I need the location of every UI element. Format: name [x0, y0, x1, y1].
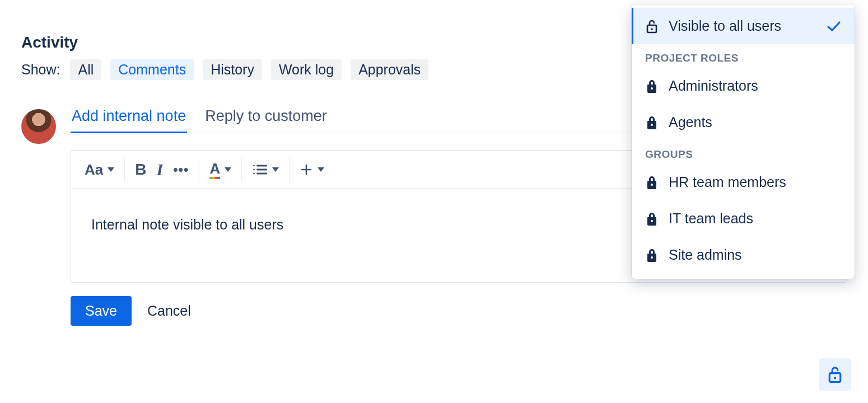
filter-work-log[interactable]: Work log	[271, 59, 342, 80]
svg-point-13	[651, 220, 653, 222]
chevron-down-icon	[272, 167, 279, 172]
toolbar-separator	[241, 157, 242, 182]
visibility-option-label: Visible to all users	[669, 18, 781, 34]
lock-icon	[645, 247, 659, 263]
visibility-option-label: Administrators	[669, 78, 758, 94]
filter-approvals[interactable]: Approvals	[351, 59, 428, 80]
lock-icon	[645, 78, 659, 94]
filter-comments[interactable]: Comments	[110, 59, 194, 80]
visibility-option-administrators[interactable]: Administrators	[632, 68, 855, 104]
visibility-trigger-button[interactable]	[819, 358, 851, 391]
svg-point-16	[834, 377, 836, 379]
text-color-icon: A	[209, 161, 220, 178]
svg-point-10	[651, 87, 653, 90]
tab-reply-customer[interactable]: Reply to customer	[204, 107, 328, 133]
list-button[interactable]	[252, 163, 279, 176]
svg-point-9	[651, 28, 653, 30]
visibility-option-all-users[interactable]: Visible to all users	[632, 8, 855, 44]
plus-icon	[300, 163, 313, 176]
toolbar-separator	[289, 157, 290, 182]
text-color-button[interactable]: A	[209, 161, 231, 178]
lock-icon	[645, 211, 659, 227]
check-icon	[827, 21, 841, 32]
visibility-option-agents[interactable]: Agents	[632, 104, 855, 140]
filter-all[interactable]: All	[70, 59, 101, 80]
visibility-option-label: Site admins	[669, 247, 742, 263]
toolbar-separator	[124, 157, 125, 182]
visibility-section-groups: GROUPS	[632, 140, 855, 164]
visibility-option-label: Agents	[669, 114, 712, 130]
visibility-panel: Visible to all users PROJECT ROLES Admin…	[632, 4, 855, 279]
chevron-down-icon	[108, 167, 114, 172]
unlock-icon	[827, 365, 843, 384]
toolbar-separator	[199, 157, 199, 182]
cancel-button[interactable]: Cancel	[147, 303, 191, 319]
show-label: Show:	[21, 62, 60, 78]
lock-icon	[645, 175, 659, 190]
svg-point-1	[253, 168, 255, 170]
compose-actions: Save Cancel	[71, 296, 847, 326]
visibility-section-project-roles: PROJECT ROLES	[632, 44, 855, 68]
visibility-option-it-leads[interactable]: IT team leads	[632, 200, 855, 237]
text-styles-icon: Aa	[85, 162, 103, 177]
svg-point-11	[651, 124, 653, 126]
tab-internal-note[interactable]: Add internal note	[71, 107, 187, 133]
svg-point-0	[253, 165, 255, 166]
filter-history[interactable]: History	[203, 59, 262, 80]
more-formatting-button[interactable]: •••	[173, 163, 189, 176]
svg-point-2	[253, 172, 255, 174]
insert-button[interactable]	[300, 163, 324, 176]
chevron-down-icon	[318, 167, 324, 172]
visibility-option-label: IT team leads	[669, 210, 753, 227]
lock-icon	[645, 115, 659, 130]
visibility-option-site-admins[interactable]: Site admins	[632, 237, 855, 273]
svg-point-12	[651, 184, 653, 186]
visibility-option-hr-team[interactable]: HR team members	[632, 164, 855, 200]
list-icon	[252, 163, 268, 176]
bold-button[interactable]: B	[135, 162, 146, 177]
chevron-down-icon	[225, 167, 231, 172]
italic-button[interactable]: I	[156, 161, 163, 178]
text-styles-button[interactable]: Aa	[85, 162, 114, 177]
avatar	[21, 109, 56, 144]
visibility-option-label: HR team members	[669, 174, 786, 190]
svg-point-14	[651, 256, 653, 259]
unlock-icon	[645, 18, 659, 34]
save-button[interactable]: Save	[71, 296, 132, 326]
